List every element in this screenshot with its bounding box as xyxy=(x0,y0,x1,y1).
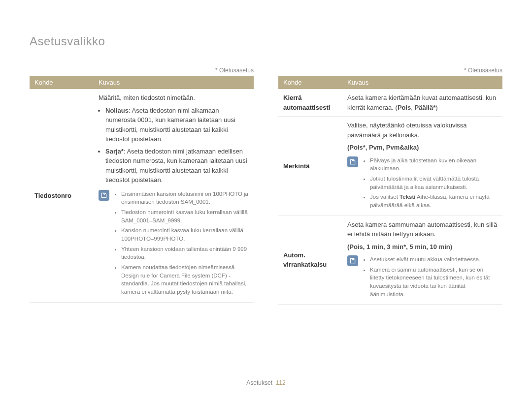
right-row-merkinta: Merkintä Valitse, näytetäänkö otetuissa … xyxy=(278,117,502,216)
page: Asetusvalikko * Oletusasetus Kohde Kuvau… xyxy=(0,0,532,401)
note-list-left: Ensimmäisen kansion oletusnimi on 100PHO… xyxy=(114,190,249,298)
n3a: Jos valitset xyxy=(370,194,399,200)
right-table: Kohde Kuvaus Kierrä automaattisesti Aset… xyxy=(278,76,502,305)
lead-autom: Aseta kamera sammumaan automaattisesti, … xyxy=(347,220,498,239)
note-item: Ensimmäisen kansion oletusnimi on 100PHO… xyxy=(121,190,249,206)
left-row-tiedostonro: Tiedostonro Määritä, miten tiedostot nim… xyxy=(30,89,254,302)
right-th-kohde: Kohde xyxy=(278,76,342,89)
row-desc-merkinta: Valitse, näytetäänkö otetuissa valokuvis… xyxy=(342,117,502,216)
note-item: Jotkut tulostinmallit eivät välttämättä … xyxy=(370,175,498,191)
note-item: Yhteen kansioon voidaan tallentaa enintä… xyxy=(121,245,249,261)
lead-merkinta: Valitse, näytetäänkö otetuissa valokuvis… xyxy=(347,121,498,140)
text-b: ) xyxy=(435,104,437,111)
page-footer: Asetukset 112 xyxy=(30,379,502,386)
note-block-merkinta: Päiväys ja aika tulostetaan kuvien oikea… xyxy=(347,156,498,212)
row-label-merkinta: Merkintä xyxy=(278,117,342,216)
opt-name-nollaus: Nollaus xyxy=(105,107,129,114)
columns: * Oletusasetus Kohde Kuvaus Tiedostonro … xyxy=(30,67,502,374)
n3b: Teksti xyxy=(399,194,415,200)
opt-name-sarja: Sarja* xyxy=(105,148,124,155)
sep: , xyxy=(411,104,414,111)
note-list-merkinta: Päiväys ja aika tulostetaan kuvien oikea… xyxy=(363,156,498,212)
row-desc-autom: Aseta kamera sammumaan automaattisesti, … xyxy=(342,216,502,305)
opt-text-sarja: : Aseta tiedoston nimi jatkamaan edellis… xyxy=(105,148,247,184)
option-sarja: Sarja*: Aseta tiedoston nimi jatkamaan e… xyxy=(105,147,249,185)
row-label-kierra: Kierrä automaattisesti xyxy=(278,89,342,117)
row-label-tiedostonro: Tiedostonro xyxy=(30,89,94,302)
right-row-kierra: Kierrä automaattisesti Aseta kamera kier… xyxy=(278,89,502,117)
note-icon xyxy=(347,255,358,266)
note-item: Asetukset eivät muutu akkua vaihdettaess… xyxy=(370,255,498,264)
opt-paalla: Päällä* xyxy=(415,104,436,111)
right-th-kuvaus: Kuvaus xyxy=(342,76,502,89)
note-item: Kansion numerointi kasvaa luku kerrallaa… xyxy=(121,226,249,243)
right-column: * Oletusasetus Kohde Kuvaus Kierrä autom… xyxy=(278,67,502,374)
default-note-right: * Oletusasetus xyxy=(278,67,502,74)
footer-page-number: 112 xyxy=(276,379,286,386)
options-autom: (Pois, 1 min, 3 min*, 5 min, 10 min) xyxy=(347,242,498,252)
note-list-autom: Asetukset eivät muutu akkua vaihdettaess… xyxy=(363,255,498,300)
option-nollaus: Nollaus: Aseta tiedoston nimi alkamaan n… xyxy=(105,106,249,144)
row-desc-tiedostonro: Määritä, miten tiedostot nimetään. Nolla… xyxy=(94,89,254,302)
default-note-left: * Oletusasetus xyxy=(30,67,254,74)
note-item: Tiedoston numerointi kasvaa luku kerrall… xyxy=(121,208,249,224)
left-th-kohde: Kohde xyxy=(30,76,94,89)
left-table: Kohde Kuvaus Tiedostonro Määritä, miten … xyxy=(30,76,254,303)
note-block-autom: Asetukset eivät muutu akkua vaihdettaess… xyxy=(347,255,498,300)
page-title: Asetusvalikko xyxy=(30,34,502,48)
note-item: Kamera ei sammu automaattisesti, kun se … xyxy=(370,266,498,299)
right-row-autom: Autom. virrankatkaisu Aseta kamera sammu… xyxy=(278,216,502,305)
note-icon xyxy=(347,156,358,167)
note-icon xyxy=(99,190,109,201)
lead-text: Määritä, miten tiedostot nimetään. xyxy=(99,93,249,103)
left-column: * Oletusasetus Kohde Kuvaus Tiedostonro … xyxy=(30,67,254,374)
row-desc-kierra: Aseta kamera kiertämään kuvat automaatti… xyxy=(342,89,502,117)
note-block-left: Ensimmäisen kansion oletusnimi on 100PHO… xyxy=(99,190,249,298)
left-th-kuvaus: Kuvaus xyxy=(94,76,254,89)
note-item: Kamera noudattaa tiedostojen nimeämisess… xyxy=(121,263,249,296)
options-merkinta: (Pois*, Pvm, Pvm&aika) xyxy=(347,143,498,153)
note-item: Jos valitset Teksti Aihe-tilassa, kamera… xyxy=(370,193,498,209)
note-item: Päiväys ja aika tulostetaan kuvien oikea… xyxy=(370,156,498,173)
row-label-autom: Autom. virrankatkaisu xyxy=(278,216,342,305)
opt-pois: Pois xyxy=(398,104,411,111)
option-list: Nollaus: Aseta tiedoston nimi alkamaan n… xyxy=(99,106,249,185)
footer-section: Asetukset xyxy=(246,379,272,386)
